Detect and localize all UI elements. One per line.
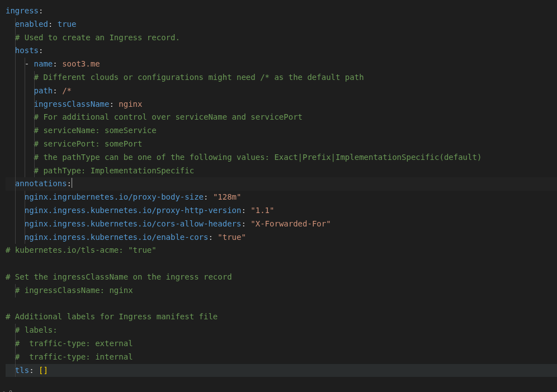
indent-guide: [15, 351, 16, 364]
indent-guide: [25, 231, 25, 244]
token-key: name: [34, 59, 53, 68]
indent-guide: [25, 111, 25, 124]
token-key: nginx.ingress.kubernetes.io/cors-allow-h…: [25, 219, 242, 228]
token-cmt: # For additional control over serviceNam…: [34, 112, 303, 121]
token-key: hosts: [15, 46, 39, 55]
token-value: /*: [62, 86, 72, 95]
code-line[interactable]: # the pathType can be one of the followi…: [6, 151, 557, 164]
indent-guide: [15, 204, 16, 218]
indent-guide: [25, 58, 25, 71]
indent-guide: [34, 138, 35, 151]
token-kw: true: [58, 20, 77, 29]
indent-guide: [15, 18, 16, 31]
code-line[interactable]: # Different clouds or configurations mig…: [6, 71, 557, 84]
indent-guide: [15, 164, 16, 178]
indent-guide: [25, 98, 25, 111]
token-key: annotations: [15, 179, 67, 188]
token-cmt: # traffic-type: internal: [15, 352, 133, 361]
code-line[interactable]: annotations:: [6, 177, 557, 191]
code-line[interactable]: # labels:: [6, 324, 557, 337]
indent-guide: [25, 191, 25, 204]
indent-guide: [15, 191, 16, 204]
token-cmt: # Used to create an Ingress record.: [15, 33, 180, 42]
indent-guide: [25, 84, 25, 98]
code-line[interactable]: tls: []: [6, 364, 557, 377]
indent-guide: [25, 218, 25, 231]
code-line[interactable]: # ingressClassName: nginx: [6, 284, 557, 297]
token-dash: -: [25, 59, 34, 68]
token-string: "1.1": [251, 206, 274, 215]
indent-guide: [15, 111, 16, 124]
indent-guide: [34, 151, 35, 164]
indent-guide: [15, 84, 16, 98]
indent-guide: [15, 218, 16, 231]
code-line[interactable]: [6, 297, 557, 311]
indent-guide: [15, 98, 16, 111]
code-line[interactable]: # serviceName: someService: [6, 124, 557, 138]
token-punct: :: [29, 366, 39, 375]
indent-guide: [25, 204, 25, 218]
token-cmt: # kubernetes.io/tls-acme: "true": [6, 245, 157, 254]
code-line[interactable]: # pathType: ImplementationSpecific: [6, 164, 557, 178]
token-key: path: [34, 86, 53, 95]
indent-guide: [25, 138, 25, 151]
token-cmt: # serviceName: someService: [34, 126, 157, 135]
token-key: nginx.ingress.kubernetes.io/proxy-http-v…: [25, 206, 242, 215]
code-line[interactable]: # Additional labels for Ingress manifest…: [6, 310, 557, 324]
indent-guide: [34, 71, 35, 84]
token-key: nginx.ingrubernetes.io/proxy-body-size: [25, 192, 204, 201]
code-line[interactable]: # traffic-type: internal: [6, 351, 557, 364]
token-punct: :: [241, 219, 251, 228]
code-line[interactable]: hosts:: [6, 44, 557, 58]
code-line[interactable]: # traffic-type: external: [6, 337, 557, 351]
code-line[interactable]: nginx.ingrubernetes.io/proxy-body-size: …: [6, 191, 557, 204]
indent-guide: [15, 364, 16, 377]
token-value: nginx: [119, 100, 142, 108]
token-punct: :: [53, 86, 62, 95]
token-cmt: # pathType: ImplementationSpecific: [34, 166, 195, 175]
code-line[interactable]: nginx.ingress.kubernetes.io/cors-allow-h…: [6, 218, 557, 231]
token-cmt: # labels:: [15, 325, 58, 334]
token-punct: :: [208, 233, 218, 242]
indent-guide: [15, 58, 16, 71]
token-punct: :: [39, 6, 43, 15]
code-line[interactable]: nginx.ingress.kubernetes.io/enable-cors:…: [6, 231, 557, 244]
code-line[interactable]: # kubernetes.io/tls-acme: "true": [6, 244, 557, 257]
code-line[interactable]: ingress:: [6, 4, 557, 18]
indent-guide: [15, 324, 16, 337]
token-value: soot3.me: [62, 59, 100, 68]
code-line[interactable]: # servicePort: somePort: [6, 138, 557, 151]
code-line[interactable]: nginx.ingress.kubernetes.io/proxy-http-v…: [6, 204, 557, 218]
indent-guide: [15, 151, 16, 164]
code-line[interactable]: enabled: true: [6, 18, 557, 31]
indent-guide: [25, 164, 25, 178]
token-punct: :: [204, 192, 213, 201]
indent-guide: [25, 151, 25, 164]
status-problems[interactable]: ⊘ 0: [2, 390, 12, 392]
code-line[interactable]: - name: soot3.me: [6, 58, 557, 71]
token-string: "X-Forwarded-For": [251, 219, 331, 228]
token-bracket: []: [39, 366, 48, 375]
token-punct: :: [48, 20, 58, 29]
indent-guide: [34, 84, 35, 98]
token-key: ingress: [6, 6, 39, 15]
code-line[interactable]: ingressClassName: nginx: [6, 98, 557, 111]
indent-guide: [25, 71, 25, 84]
code-line[interactable]: path: /*: [6, 84, 557, 98]
token-punct: :: [39, 46, 43, 55]
code-line[interactable]: # Set the ingressClassName on the ingres…: [6, 271, 557, 284]
token-cmt: # servicePort: somePort: [34, 139, 143, 148]
code-editor[interactable]: ingress: enabled: true # Used to create …: [0, 0, 557, 377]
token-string: "true": [218, 233, 246, 242]
code-line[interactable]: # For additional control over serviceNam…: [6, 111, 557, 124]
token-cmt: # the pathType can be one of the followi…: [34, 153, 482, 162]
token-key: nginx.ingress.kubernetes.io/enable-cors: [25, 233, 209, 242]
token-cmt: # Set the ingressClassName on the ingres…: [6, 272, 232, 281]
indent-guide: [15, 124, 16, 138]
code-line[interactable]: [6, 257, 557, 271]
token-punct: :: [109, 100, 119, 108]
token-key: tls: [15, 366, 29, 375]
code-line[interactable]: # Used to create an Ingress record.: [6, 31, 557, 45]
token-cmt: # Additional labels for Ingress manifest…: [6, 312, 218, 321]
indent-guide: [34, 164, 35, 178]
